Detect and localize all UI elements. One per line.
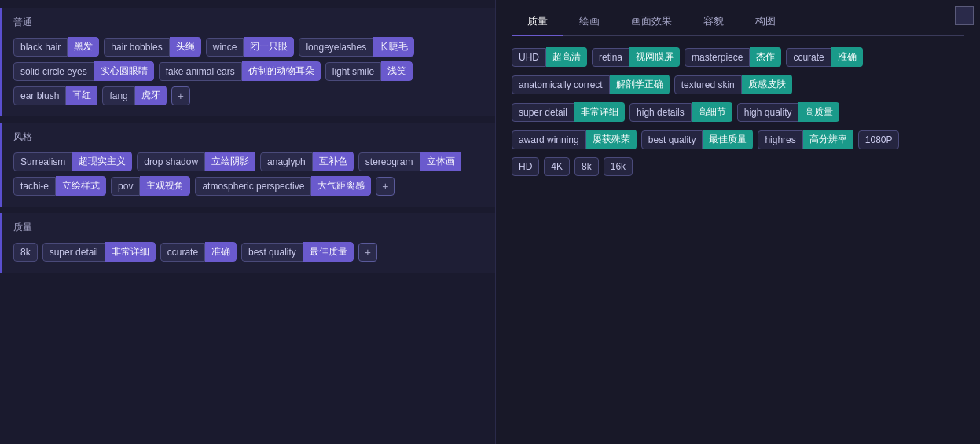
- content-row-0: UHD超高清retina视网膜屏masterpiece杰作ccurate准确: [512, 47, 964, 67]
- tag[interactable]: fake animal ears仿制的动物耳朵: [159, 61, 321, 81]
- tag[interactable]: ccurate准确: [160, 242, 237, 262]
- right-tag-en-label: textured skin: [674, 75, 742, 94]
- right-tag-en-label: masterpiece: [685, 48, 750, 67]
- right-tag[interactable]: 16k: [604, 157, 633, 176]
- right-tag-zh-label: 准确: [831, 47, 863, 67]
- tag-zh-label: 耳红: [66, 86, 97, 105]
- add-tag-button[interactable]: +: [358, 243, 377, 262]
- tag-en-label: Surrealism: [13, 152, 72, 171]
- add-tag-button[interactable]: +: [171, 86, 190, 105]
- tag-zh-label: 仿制的动物耳朵: [242, 61, 321, 81]
- right-tag[interactable]: HD: [512, 157, 539, 176]
- right-tag-en-label: super detail: [512, 103, 574, 122]
- right-tag-en-label: 1080P: [858, 130, 900, 149]
- tag[interactable]: stereogram立体画: [358, 152, 461, 171]
- tab-质量[interactable]: 质量: [512, 8, 563, 36]
- tag[interactable]: atmospheric perspective大气距离感: [195, 176, 371, 196]
- tag[interactable]: Surrealism超现实主义: [13, 152, 132, 171]
- tag-zh-label: 实心圆眼睛: [94, 61, 154, 81]
- tag-en-label: wince: [206, 38, 244, 57]
- section-quality: 质量8ksuper detail非常详细ccurate准确best qualit…: [0, 213, 495, 273]
- tag-zh-label: 超现实主义: [72, 152, 132, 171]
- tag-zh-label: 大气距离感: [311, 176, 371, 196]
- tag[interactable]: best quality最佳质量: [241, 242, 354, 262]
- tab-画面效果[interactable]: 画面效果: [615, 8, 688, 36]
- tag-en-label: ccurate: [160, 243, 205, 262]
- tags-row: black hair黑发hair bobbles头绳wince闭一只眼longe…: [13, 37, 484, 105]
- tag[interactable]: anaglyph互补色: [260, 152, 354, 171]
- right-tag-en-label: 16k: [604, 157, 633, 176]
- tag-en-label: super detail: [42, 243, 105, 262]
- tag-zh-label: 准确: [205, 242, 237, 262]
- tag[interactable]: wince闭一只眼: [206, 37, 295, 57]
- tag-zh-label: 立体画: [420, 152, 461, 171]
- right-tag[interactable]: retina视网膜屏: [592, 47, 680, 67]
- right-tag-zh-label: 高细节: [692, 102, 732, 122]
- right-tag-en-label: best quality: [641, 130, 703, 149]
- right-tag[interactable]: 4K: [544, 157, 570, 176]
- tab-容貌[interactable]: 容貌: [688, 8, 740, 36]
- tag-zh-label: 黑发: [68, 37, 99, 57]
- tag[interactable]: ear blush耳红: [13, 86, 97, 105]
- right-tag-zh-label: 高分辨率: [803, 130, 853, 149]
- add-tag-button[interactable]: +: [376, 177, 395, 196]
- tag-zh-label: 互补色: [313, 152, 354, 171]
- tag-zh-label: 浅笑: [381, 61, 413, 81]
- tab-构图[interactable]: 构图: [740, 8, 791, 36]
- right-tag[interactable]: 8k: [574, 157, 599, 176]
- tag[interactable]: fang虎牙: [102, 86, 166, 105]
- tag-en-label: black hair: [13, 38, 68, 57]
- right-tag[interactable]: textured skin质感皮肤: [674, 75, 792, 94]
- tag-en-label: drop shadow: [137, 152, 205, 171]
- tab-绘画[interactable]: 绘画: [563, 8, 615, 36]
- right-tag-en-label: HD: [512, 157, 539, 176]
- right-tag[interactable]: highres高分辨率: [758, 130, 853, 149]
- tag[interactable]: longeyelashes长睫毛: [299, 37, 414, 57]
- tag[interactable]: light smile浅笑: [325, 61, 413, 81]
- tab-bar: 质量绘画画面效果容貌构图: [512, 8, 964, 36]
- tag[interactable]: black hair黑发: [13, 37, 99, 57]
- right-tag[interactable]: anatomically correct解剖学正确: [512, 75, 670, 94]
- tag-zh-label: 闭一只眼: [244, 37, 294, 57]
- right-tag-en-label: high details: [629, 103, 692, 122]
- right-tag[interactable]: high details高细节: [629, 102, 732, 122]
- close-button[interactable]: [955, 6, 974, 25]
- right-tag-en-label: retina: [592, 48, 629, 67]
- right-tag[interactable]: super detail非常详细: [512, 102, 625, 122]
- right-tag-zh-label: 非常详细: [574, 102, 625, 122]
- right-tag[interactable]: ccurate准确: [786, 47, 862, 67]
- tag[interactable]: tachi-e立绘样式: [13, 176, 106, 196]
- right-tag[interactable]: masterpiece杰作: [685, 47, 781, 67]
- right-tag[interactable]: high quality高质量: [737, 102, 840, 122]
- right-panel: 质量绘画画面效果容貌构图 UHD超高清retina视网膜屏masterpiece…: [495, 0, 980, 444]
- tag-en-label: ear blush: [13, 86, 66, 105]
- tag[interactable]: pov主观视角: [111, 176, 190, 196]
- tag-zh-label: 头绳: [170, 37, 201, 57]
- right-tag-zh-label: 高质量: [798, 102, 839, 122]
- right-tag[interactable]: UHD超高清: [512, 47, 587, 67]
- tag-zh-label: 立绘阴影: [205, 152, 255, 171]
- right-tag[interactable]: award winning屡获殊荣: [512, 130, 637, 149]
- tag-zh-label: 主观视角: [140, 176, 190, 196]
- section-title: 质量: [13, 221, 484, 234]
- tag-en-label: anaglyph: [260, 152, 313, 171]
- tag[interactable]: drop shadow立绘阴影: [137, 152, 255, 171]
- tag-en-label: fake animal ears: [159, 62, 242, 81]
- right-tag[interactable]: 1080P: [858, 130, 900, 149]
- tag-en-label: light smile: [325, 62, 381, 81]
- tag[interactable]: hair bobbles头绳: [104, 37, 200, 57]
- right-tag-en-label: award winning: [512, 130, 586, 149]
- tag-en-label: tachi-e: [13, 177, 56, 196]
- right-tag[interactable]: best quality最佳质量: [641, 130, 754, 149]
- section-title: 风格: [13, 130, 484, 144]
- tag[interactable]: solid circle eyes实心圆眼睛: [13, 61, 154, 81]
- tag-en-label: best quality: [241, 243, 303, 262]
- right-tag-en-label: UHD: [512, 48, 546, 67]
- content-row-4: HD4K8k16k: [512, 157, 964, 176]
- tag[interactable]: super detail非常详细: [42, 242, 156, 262]
- right-tag-en-label: 8k: [574, 157, 599, 176]
- tag-zh-label: 非常详细: [105, 242, 156, 262]
- tag[interactable]: 8k: [13, 243, 38, 262]
- tags-row: Surrealism超现实主义drop shadow立绘阴影anaglyph互补…: [13, 152, 484, 196]
- right-tag-zh-label: 视网膜屏: [629, 47, 680, 67]
